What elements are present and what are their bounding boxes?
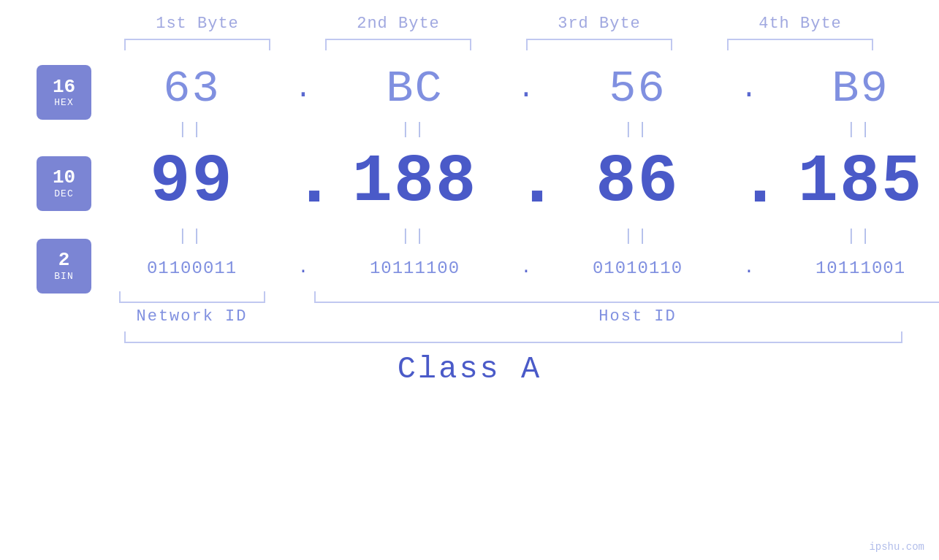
byte-headers-row: 1st Byte 2nd Byte 3rd Byte 4th Byte: [66, 15, 932, 33]
watermark: ipshu.com: [869, 541, 924, 553]
bin-dot-3: .: [738, 259, 760, 277]
bin-val-3: 01010110: [593, 258, 683, 278]
bin-dot-1: .: [292, 259, 314, 277]
dec-val-4: 185: [798, 144, 924, 220]
dec-badge-label: DEC: [54, 188, 73, 199]
bin-val-2: 10111100: [370, 258, 460, 278]
eq1-cell-1: ||: [91, 120, 292, 139]
dec-dot-1: .: [292, 146, 314, 219]
dec-cell-2: 188: [314, 149, 515, 216]
class-label: Class A: [398, 352, 541, 387]
hex-dot-3: .: [738, 61, 760, 116]
hex-val-2: BC: [386, 63, 443, 115]
bin-badge-label: BIN: [54, 271, 73, 282]
bin-val-4: 10111001: [816, 258, 905, 278]
bin-val-1: 01100011: [147, 258, 237, 278]
host-id-label: Host ID: [314, 307, 939, 326]
main-container: 1st Byte 2nd Byte 3rd Byte 4th Byte 16 H…: [0, 0, 939, 560]
dec-val-2: 188: [352, 144, 478, 220]
host-bracket-line: [314, 291, 939, 303]
bracket-line-3: [526, 39, 672, 50]
hex-val-1: 63: [163, 63, 220, 115]
bin-cell-4: 10111001: [760, 258, 939, 278]
dec-dot-2: .: [515, 146, 537, 219]
bin-badge-num: 2: [58, 250, 70, 271]
dec-cell-4: 185: [760, 149, 939, 216]
byte-header-3: 3rd Byte: [499, 15, 700, 33]
hex-badge-label: HEX: [54, 97, 73, 108]
dec-val-1: 99: [150, 144, 233, 220]
equals-row-2: || || || ||: [91, 224, 939, 248]
eq2-cell-3: ||: [537, 227, 738, 245]
bin-badge: 2 BIN: [37, 239, 91, 294]
bracket-3: [499, 39, 700, 50]
dec-badge: 10 DEC: [37, 156, 91, 211]
dec-cell-3: 86: [537, 149, 738, 216]
hex-val-3: 56: [609, 63, 666, 115]
eq1-cell-2: ||: [314, 120, 515, 139]
bracket-line-2: [325, 39, 471, 50]
eq1-cell-3: ||: [537, 120, 738, 139]
eq1-cell-4: ||: [760, 120, 939, 139]
badges-column: 16 HEX 10 DEC 2 BIN: [37, 61, 91, 285]
bracket-4: [700, 39, 901, 50]
eq2-cell-2: ||: [314, 227, 515, 245]
bracket-1: [97, 39, 298, 50]
dec-badge-num: 10: [53, 167, 75, 188]
network-bracket-line: [119, 291, 265, 303]
hex-badge: 16 HEX: [37, 65, 91, 120]
bracket-2: [298, 39, 499, 50]
top-brackets-row: [66, 39, 932, 50]
hex-cell-2: BC: [314, 63, 515, 115]
eq2-cell-1: ||: [91, 227, 292, 245]
bin-row: 01100011 . 10111100 . 01010110 . 1011100…: [91, 249, 939, 287]
dec-row: 99 . 188 . 86 . 185: [91, 142, 939, 223]
hex-dot-2: .: [515, 61, 537, 116]
bin-cell-2: 10111100: [314, 258, 515, 278]
full-bracket-container: [124, 331, 902, 343]
full-bracket-line: [124, 331, 902, 343]
eq2-cell-4: ||: [760, 227, 939, 245]
hex-row: 63 . BC . 56 . B9: [91, 61, 939, 116]
bracket-line-1: [124, 39, 270, 50]
bottom-brackets: [91, 291, 939, 303]
hex-badge-num: 16: [53, 77, 75, 98]
hex-cell-4: B9: [760, 63, 939, 115]
network-bracket-wrap: [91, 291, 292, 303]
hex-val-4: B9: [832, 63, 889, 115]
equals-row-1: || || || ||: [91, 118, 939, 141]
bin-cell-1: 01100011: [91, 258, 292, 278]
byte-header-2: 2nd Byte: [298, 15, 499, 33]
section-labels: Network ID Host ID: [91, 307, 939, 326]
dec-cell-1: 99: [91, 149, 292, 216]
data-area: 63 . BC . 56 . B9 || ||: [91, 61, 939, 326]
dec-val-3: 86: [596, 144, 679, 220]
hex-cell-3: 56: [537, 63, 738, 115]
network-id-label: Network ID: [91, 307, 292, 326]
dec-dot-3: .: [738, 146, 760, 219]
bracket-line-4: [727, 39, 873, 50]
byte-header-1: 1st Byte: [97, 15, 298, 33]
byte-header-4: 4th Byte: [700, 15, 901, 33]
bin-cell-3: 01010110: [537, 258, 738, 278]
hex-dot-1: .: [292, 61, 314, 116]
hex-cell-1: 63: [91, 63, 292, 115]
bin-dot-2: .: [515, 259, 537, 277]
